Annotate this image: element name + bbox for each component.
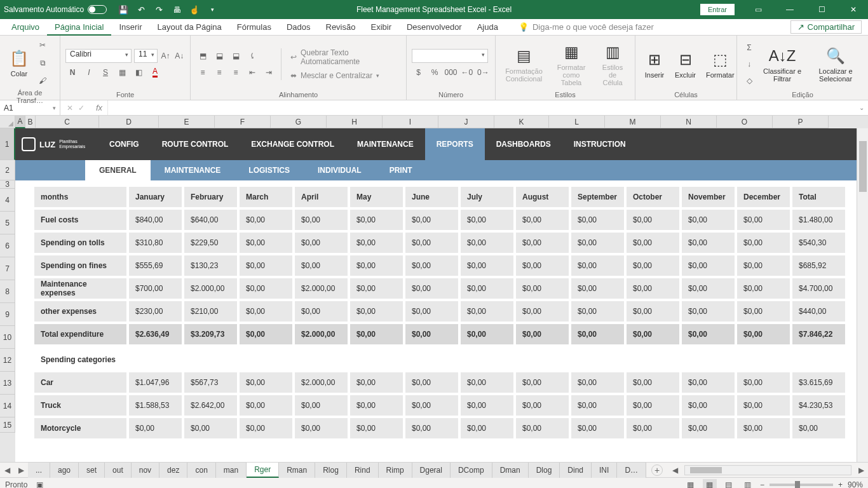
- conditional-format-button[interactable]: ▤Formatação Condicional: [501, 43, 547, 85]
- align-left-icon[interactable]: ≡: [196, 65, 210, 79]
- col-header-H[interactable]: H: [327, 116, 383, 128]
- row-header-13[interactable]: 13: [0, 372, 15, 395]
- tab-scroll-right-icon[interactable]: ▶: [14, 466, 28, 475]
- sheet-tab-Dlog[interactable]: Dlog: [529, 463, 560, 478]
- sheet-tab-con[interactable]: con: [187, 463, 215, 478]
- indent-decrease-icon[interactable]: ⇤: [245, 65, 259, 79]
- col-header-I[interactable]: I: [383, 116, 438, 128]
- row-header-9[interactable]: 9: [0, 303, 15, 326]
- macro-record-icon[interactable]: ▣: [36, 480, 43, 489]
- italic-button[interactable]: I: [82, 65, 96, 79]
- col-header-A[interactable]: A: [15, 116, 25, 128]
- row-header-1[interactable]: 1: [0, 128, 15, 160]
- autosave-toggle[interactable]: Salvamento Automático: [4, 5, 107, 14]
- nav-reports[interactable]: REPORTS: [425, 128, 485, 160]
- row-header-7[interactable]: 7: [0, 257, 15, 280]
- tab-review[interactable]: Revisão: [318, 19, 363, 36]
- sheet-tab-ago[interactable]: ago: [50, 463, 79, 478]
- sort-filter-button[interactable]: A↓ZClassificar e Filtrar: [759, 43, 806, 85]
- fill-icon[interactable]: ↓: [742, 57, 756, 71]
- sheet-tab-Dind[interactable]: Dind: [560, 463, 592, 478]
- col-header-C[interactable]: C: [36, 116, 99, 128]
- row-header-6[interactable]: 6: [0, 234, 15, 257]
- fx-icon[interactable]: fx: [91, 103, 107, 112]
- delete-cells-button[interactable]: ⊟Excluir: [671, 47, 700, 81]
- ribbon-options-icon[interactable]: ▭: [743, 0, 773, 19]
- tab-data[interactable]: Dados: [279, 19, 318, 36]
- col-header-D[interactable]: D: [99, 116, 159, 128]
- col-header-M[interactable]: M: [605, 116, 661, 128]
- sheet-tab-set[interactable]: set: [79, 463, 105, 478]
- formula-input[interactable]: [107, 100, 855, 115]
- align-bottom-icon[interactable]: ⬓: [229, 49, 243, 63]
- nav-instruction[interactable]: INSTRUCTION: [562, 128, 637, 160]
- row-header-3[interactable]: 3: [0, 180, 15, 189]
- tab-insert[interactable]: Inserir: [111, 19, 149, 36]
- zoom-level[interactable]: 90%: [848, 480, 863, 489]
- orientation-icon[interactable]: ⤹: [245, 49, 259, 63]
- col-header-E[interactable]: E: [159, 116, 215, 128]
- accounting-icon[interactable]: $: [412, 65, 425, 79]
- row-header-2[interactable]: 2: [0, 160, 15, 180]
- autosum-icon[interactable]: Σ: [742, 41, 756, 55]
- copy-icon[interactable]: ⧉: [36, 56, 50, 70]
- close-icon[interactable]: ✕: [839, 0, 868, 19]
- tab-formulas[interactable]: Fórmulas: [229, 19, 279, 36]
- col-header-P[interactable]: P: [773, 116, 829, 128]
- sheet-tab-Rlog[interactable]: Rlog: [315, 463, 347, 478]
- nav-exchange-control[interactable]: EXCHANGE CONTROL: [240, 128, 346, 160]
- format-as-table-button[interactable]: ▦Formatar como Tabela: [550, 39, 593, 89]
- format-painter-icon[interactable]: 🖌: [36, 74, 50, 88]
- align-middle-icon[interactable]: ⬓: [212, 49, 226, 63]
- page-break-view-icon[interactable]: ▥: [741, 479, 755, 489]
- expand-formula-icon[interactable]: ⌄: [855, 104, 868, 111]
- sheet-tab-Rind[interactable]: Rind: [347, 463, 379, 478]
- tab-scroll-left-icon[interactable]: ◀: [0, 466, 14, 475]
- subtab-individual[interactable]: INDIVIDUAL: [304, 160, 376, 180]
- find-select-button[interactable]: 🔍Localizar e Selecionar: [808, 43, 863, 85]
- paste-button[interactable]: 📋 Colar: [5, 46, 33, 80]
- col-header-G[interactable]: G: [271, 116, 327, 128]
- horizontal-scrollbar[interactable]: [684, 465, 851, 475]
- tab-help[interactable]: Ajuda: [470, 19, 506, 36]
- qat-more-icon[interactable]: ▾: [207, 4, 217, 15]
- row-header-10[interactable]: 10: [0, 326, 15, 349]
- col-header-J[interactable]: J: [438, 116, 494, 128]
- increase-decimal-icon[interactable]: ←0: [460, 65, 473, 79]
- share-button[interactable]: ↗ Compartilhar: [790, 20, 862, 34]
- number-format-select[interactable]: [412, 49, 488, 63]
- col-header-N[interactable]: N: [661, 116, 717, 128]
- percent-icon[interactable]: %: [428, 65, 441, 79]
- enter-formula-icon[interactable]: ✓: [78, 104, 85, 112]
- row-header-8[interactable]: 8: [0, 280, 15, 303]
- page-layout-view-icon[interactable]: ▤: [722, 479, 736, 489]
- nav-config[interactable]: CONFIG: [98, 128, 151, 160]
- bold-button[interactable]: N: [65, 65, 79, 79]
- sheet-tab-Dgeral[interactable]: Dgeral: [412, 463, 451, 478]
- align-top-icon[interactable]: ⬒: [196, 49, 210, 63]
- display-settings-icon[interactable]: ▦: [684, 479, 698, 489]
- fill-color-icon[interactable]: ◧: [132, 65, 146, 79]
- new-sheet-button[interactable]: +: [651, 464, 663, 476]
- tab-developer[interactable]: Desenvolvedor: [399, 19, 470, 36]
- redo-icon[interactable]: ↷: [154, 4, 164, 15]
- tab-scroll-left2-icon[interactable]: ◀: [668, 466, 682, 475]
- font-size-select[interactable]: 11: [134, 49, 158, 63]
- font-name-select[interactable]: Calibri: [65, 49, 132, 63]
- tab-file[interactable]: Arquivo: [4, 19, 47, 36]
- normal-view-icon[interactable]: ▦: [703, 479, 717, 489]
- col-header-O[interactable]: O: [717, 116, 773, 128]
- subtab-general[interactable]: GENERAL: [85, 160, 151, 180]
- sheet-tab-Rger[interactable]: Rger: [247, 463, 279, 478]
- nav-route-control[interactable]: ROUTE CONTROL: [151, 128, 240, 160]
- row-header-12[interactable]: 12: [0, 349, 15, 372]
- cut-icon[interactable]: ✂: [36, 38, 50, 52]
- nav-maintenance[interactable]: MAINTENANCE: [346, 128, 425, 160]
- touch-icon[interactable]: ☝: [189, 4, 200, 15]
- nav-dashboards[interactable]: DASHBOARDS: [485, 128, 562, 160]
- maximize-icon[interactable]: ☐: [807, 0, 836, 19]
- col-header-K[interactable]: K: [494, 116, 549, 128]
- clear-icon[interactable]: ◇: [742, 74, 756, 88]
- format-cells-button[interactable]: ⬚Formatar: [702, 47, 738, 81]
- subtab-logistics[interactable]: LOGISTICS: [234, 160, 304, 180]
